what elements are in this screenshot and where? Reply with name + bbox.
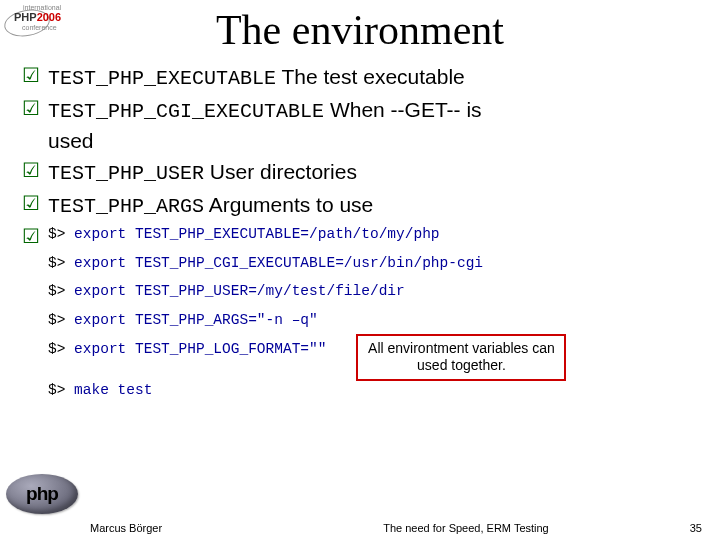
checkbox-icon <box>14 62 48 89</box>
shell-prompt: $> <box>48 255 65 271</box>
env-var-cont: used <box>48 129 94 152</box>
code-line: $> export TEST_PHP_EXECUTABLE=/path/to/m… <box>48 225 704 244</box>
code-text: export TEST_PHP_EXECUTABLE=/path/to/my/p… <box>74 226 439 242</box>
shell-prompt: $> <box>48 382 65 398</box>
bullet-item: TEST_PHP_EXECUTABLE The test executable <box>14 62 704 93</box>
shell-prompt: $> <box>48 312 65 328</box>
logo-line3: conference <box>22 24 57 31</box>
php-logo-icon: php <box>6 474 78 514</box>
bullet-item: TEST_PHP_CGI_EXECUTABLE When --GET-- is … <box>14 95 704 155</box>
bullet-text: TEST_PHP_USER User directories <box>48 157 704 188</box>
footer-title: The need for Speed, ERM Testing <box>270 522 662 534</box>
bullet-text: TEST_PHP_ARGS Arguments to use <box>48 190 704 221</box>
shell-prompt: $> <box>48 283 65 299</box>
callout-box: All environtment variables can used toge… <box>356 334 566 381</box>
footer-page: 35 <box>662 522 702 534</box>
code-line: $> export TEST_PHP_USER=/my/test/file/di… <box>48 282 704 301</box>
code-line: $> export TEST_PHP_CGI_EXECUTABLE=/usr/b… <box>48 254 704 273</box>
bullet-item: TEST_PHP_USER User directories <box>14 157 704 188</box>
code-text: export TEST_PHP_ARGS="-n –q" <box>74 312 318 328</box>
shell-prompt: $> <box>48 341 65 357</box>
logo-line2: PHP2006 <box>14 12 61 23</box>
footer-author: Marcus Börger <box>90 522 270 534</box>
code-text: export TEST_PHP_LOG_FORMAT="" <box>74 341 326 357</box>
conference-logo: international PHP2006 conference <box>8 4 86 46</box>
bullet-item-code: $> export TEST_PHP_EXECUTABLE=/path/to/m… <box>14 223 704 409</box>
bullet-item: TEST_PHP_ARGS Arguments to use <box>14 190 704 221</box>
bullet-list: TEST_PHP_EXECUTABLE The test executable … <box>0 62 720 409</box>
env-var-name: TEST_PHP_USER <box>48 162 204 185</box>
code-line: $> export TEST_PHP_LOG_FORMAT="" <box>48 340 326 359</box>
checkbox-icon <box>14 157 48 184</box>
env-var-desc: When --GET-- is <box>324 98 482 121</box>
bullet-text: TEST_PHP_EXECUTABLE The test executable <box>48 62 704 93</box>
code-line-with-callout: $> export TEST_PHP_LOG_FORMAT="" All env… <box>48 340 704 381</box>
code-block: $> export TEST_PHP_EXECUTABLE=/path/to/m… <box>48 225 704 409</box>
footer: Marcus Börger The need for Speed, ERM Te… <box>0 522 720 534</box>
env-var-name: TEST_PHP_CGI_EXECUTABLE <box>48 100 324 123</box>
checkbox-icon <box>14 190 48 217</box>
slide-title: The environment <box>0 0 720 62</box>
bullet-text: TEST_PHP_CGI_EXECUTABLE When --GET-- is … <box>48 95 704 155</box>
code-text: make test <box>74 382 152 398</box>
code-text: export TEST_PHP_CGI_EXECUTABLE=/usr/bin/… <box>74 255 483 271</box>
code-line: $> export TEST_PHP_ARGS="-n –q" <box>48 311 704 330</box>
env-var-name: TEST_PHP_ARGS <box>48 195 204 218</box>
slide: international PHP2006 conference The env… <box>0 0 720 540</box>
env-var-name: TEST_PHP_EXECUTABLE <box>48 67 276 90</box>
checkbox-icon <box>14 223 48 250</box>
shell-prompt: $> <box>48 226 65 242</box>
logo-line1: international <box>23 4 61 11</box>
env-var-desc: The test executable <box>276 65 465 88</box>
env-var-desc: User directories <box>204 160 357 183</box>
code-line: $> make test <box>48 381 704 400</box>
checkbox-icon <box>14 95 48 122</box>
code-text: export TEST_PHP_USER=/my/test/file/dir <box>74 283 405 299</box>
env-var-desc: Arguments to use <box>204 193 373 216</box>
